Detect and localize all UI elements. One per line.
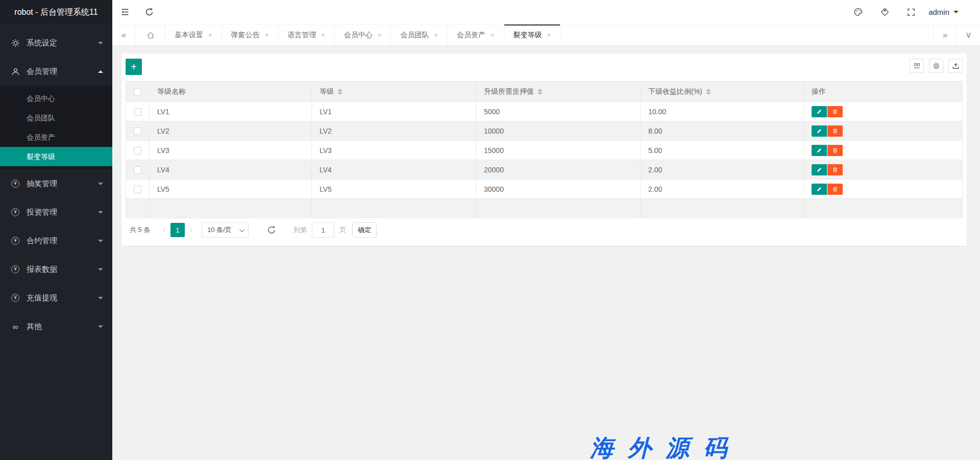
row-checkbox[interactable] <box>134 127 141 135</box>
sort-icon[interactable] <box>537 89 543 95</box>
tabs-menu-icon[interactable]: ∨ <box>957 24 980 45</box>
sidebar-item-other[interactable]: ∞ 其他 <box>0 312 112 341</box>
row-checkbox[interactable] <box>134 166 141 174</box>
topbar: admin <box>112 0 980 24</box>
delete-button[interactable] <box>827 125 843 137</box>
trash-icon <box>832 147 838 154</box>
delete-button[interactable] <box>827 106 843 117</box>
cell-pledge: 5000 <box>476 102 641 121</box>
chevron-down-icon <box>98 297 103 299</box>
current-page-button[interactable]: 1 <box>170 223 185 237</box>
delete-button[interactable] <box>827 145 843 156</box>
print-icon[interactable] <box>929 59 943 73</box>
fullscreen-icon[interactable] <box>898 0 924 24</box>
close-icon[interactable]: × <box>547 31 551 39</box>
pencil-icon <box>816 167 822 173</box>
sidebar-item-member-assets[interactable]: 会员资产 <box>0 127 112 147</box>
edit-button[interactable] <box>812 184 827 195</box>
tab-member-center[interactable]: 会员中心× <box>335 24 391 45</box>
table-row: LV5 LV5 30000 2.00 <box>126 180 963 199</box>
scroll-tabs-right-icon[interactable]: » <box>933 24 957 45</box>
topbar-right: admin <box>845 0 980 24</box>
chevron-down-icon <box>98 183 103 185</box>
edit-button[interactable] <box>812 106 827 117</box>
goto-label: 到第 <box>293 225 307 235</box>
tab-popup-notice[interactable]: 弹窗公告× <box>222 24 279 45</box>
cell-level: LV1 <box>312 102 476 121</box>
page-size-select[interactable]: 10 条/页 <box>202 222 249 238</box>
sidebar-item-label: 抽奖管理 <box>27 179 57 189</box>
collapse-sidebar-icon[interactable] <box>112 0 137 24</box>
delete-button[interactable] <box>827 184 843 195</box>
scroll-tabs-left-icon[interactable]: « <box>112 24 136 45</box>
yen-icon: ¥ <box>10 237 20 245</box>
col-level-name: 等级名称 <box>150 82 312 102</box>
tabbar-spacer <box>560 24 933 45</box>
edit-button[interactable] <box>812 164 827 175</box>
row-checkbox[interactable] <box>134 186 141 193</box>
sort-icon[interactable] <box>706 89 711 95</box>
pencil-icon <box>816 186 822 192</box>
trash-icon <box>832 109 838 115</box>
cell-level: LV4 <box>312 160 476 180</box>
sidebar-item-system-settings[interactable]: 系统设定 <box>0 29 112 57</box>
row-checkbox[interactable] <box>134 147 141 155</box>
sort-icon[interactable] <box>337 89 342 95</box>
close-icon[interactable]: × <box>265 31 269 39</box>
trash-icon <box>832 167 838 173</box>
pencil-icon <box>816 109 822 115</box>
export-icon[interactable] <box>948 59 963 73</box>
sidebar-item-member-team[interactable]: 会员团队 <box>0 108 112 127</box>
tab-member-assets[interactable]: 会员资产× <box>448 24 504 45</box>
confirm-button[interactable]: 确定 <box>352 222 377 238</box>
theme-palette-icon[interactable] <box>845 0 871 24</box>
sidebar-item-report-data[interactable]: ¥ 报表数据 <box>0 255 112 284</box>
select-all-checkbox[interactable] <box>134 88 141 96</box>
goto-page-input[interactable] <box>312 222 334 238</box>
member-submenu: 会员中心 会员团队 会员资产 裂变等级 <box>0 86 112 169</box>
tab-language-management[interactable]: 语言管理× <box>278 24 335 45</box>
gear-icon <box>10 39 20 47</box>
close-icon[interactable]: × <box>434 31 438 39</box>
close-icon[interactable]: × <box>208 31 212 39</box>
refresh-icon[interactable] <box>137 0 161 24</box>
table-row: LV4 LV4 20000 2.00 <box>126 160 963 180</box>
tab-basic-settings[interactable]: 基本设置× <box>165 24 222 45</box>
close-icon[interactable]: × <box>491 31 495 39</box>
add-button[interactable]: + <box>126 59 142 75</box>
filter-columns-icon[interactable] <box>910 59 924 73</box>
sidebar-item-member-management[interactable]: 会员管理 <box>0 57 112 86</box>
tab-fission-level[interactable]: 裂变等级× <box>504 24 561 45</box>
tab-member-team[interactable]: 会员团队× <box>391 24 448 45</box>
yen-icon: ¥ <box>10 294 20 302</box>
link-icon: ∞ <box>10 323 20 330</box>
delete-button[interactable] <box>827 164 843 175</box>
trash-icon <box>832 128 838 134</box>
edit-button[interactable] <box>812 125 827 137</box>
prev-page-icon[interactable]: ‹ <box>157 225 170 235</box>
sidebar-item-investment-management[interactable]: ¥ 投资管理 <box>0 198 112 226</box>
sidebar-item-contract-management[interactable]: ¥ 合约管理 <box>0 226 112 255</box>
watermark-title: 海外源码 <box>561 432 755 460</box>
sidebar-item-recharge-withdraw[interactable]: ¥ 充值提现 <box>0 284 112 312</box>
row-checkbox[interactable] <box>134 108 141 116</box>
cell-ratio: 5.00 <box>641 141 804 160</box>
home-tab[interactable] <box>136 24 165 45</box>
sidebar-item-fission-level[interactable]: 裂变等级 <box>0 147 112 166</box>
sidebar-item-lottery-management[interactable]: ¥ 抽奖管理 <box>0 169 112 198</box>
admin-menu[interactable]: admin <box>924 0 963 24</box>
cell-ratio: 2.00 <box>641 180 804 199</box>
pencil-icon <box>816 147 822 154</box>
close-icon[interactable]: × <box>321 31 325 39</box>
cell-name: LV4 <box>150 160 312 180</box>
edit-button[interactable] <box>812 145 827 156</box>
cell-ratio: 8.00 <box>641 121 804 141</box>
close-icon[interactable]: × <box>378 31 382 39</box>
cell-pledge: 10000 <box>476 121 641 141</box>
next-page-icon[interactable]: › <box>185 225 198 235</box>
tag-icon[interactable] <box>871 0 898 24</box>
sidebar-item-member-center[interactable]: 会员中心 <box>0 89 112 108</box>
cell-name: LV1 <box>150 102 312 121</box>
refresh-table-icon[interactable] <box>267 225 276 235</box>
chevron-down-icon <box>239 227 244 232</box>
